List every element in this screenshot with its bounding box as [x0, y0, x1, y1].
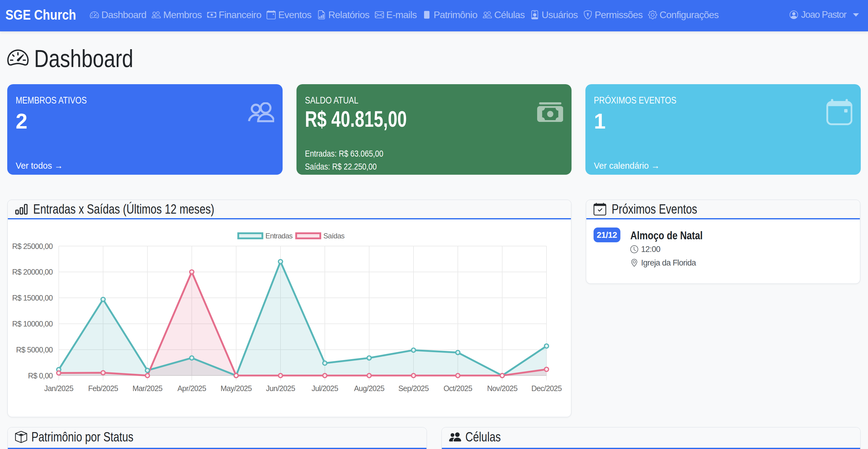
svg-text:Feb/2025: Feb/2025 [88, 384, 118, 393]
svg-text:Oct/2025: Oct/2025 [443, 384, 472, 393]
svg-text:Sep/2025: Sep/2025 [398, 384, 429, 393]
svg-text:Saídas: Saídas [323, 232, 345, 240]
svg-text:Apr/2025: Apr/2025 [177, 384, 206, 393]
svg-text:Entradas: Entradas [266, 232, 292, 240]
svg-text:R$ 15000,00: R$ 15000,00 [12, 294, 53, 302]
svg-text:Jul/2025: Jul/2025 [312, 384, 338, 393]
svg-text:May/2025: May/2025 [220, 384, 251, 393]
svg-text:Mar/2025: Mar/2025 [132, 384, 162, 393]
svg-text:R$ 20000,00: R$ 20000,00 [12, 268, 53, 276]
svg-text:Nov/2025: Nov/2025 [487, 384, 518, 393]
svg-text:Aug/2025: Aug/2025 [354, 384, 384, 393]
svg-text:Jun/2025: Jun/2025 [266, 384, 295, 393]
svg-text:R$ 0,00: R$ 0,00 [28, 371, 53, 380]
svg-text:R$ 25000,00: R$ 25000,00 [12, 242, 53, 250]
svg-text:Dec/2025: Dec/2025 [531, 384, 562, 393]
svg-text:R$ 10000,00: R$ 10000,00 [12, 320, 53, 328]
svg-text:R$ 5000,00: R$ 5000,00 [16, 346, 53, 354]
svg-text:Jan/2025: Jan/2025 [44, 384, 73, 393]
